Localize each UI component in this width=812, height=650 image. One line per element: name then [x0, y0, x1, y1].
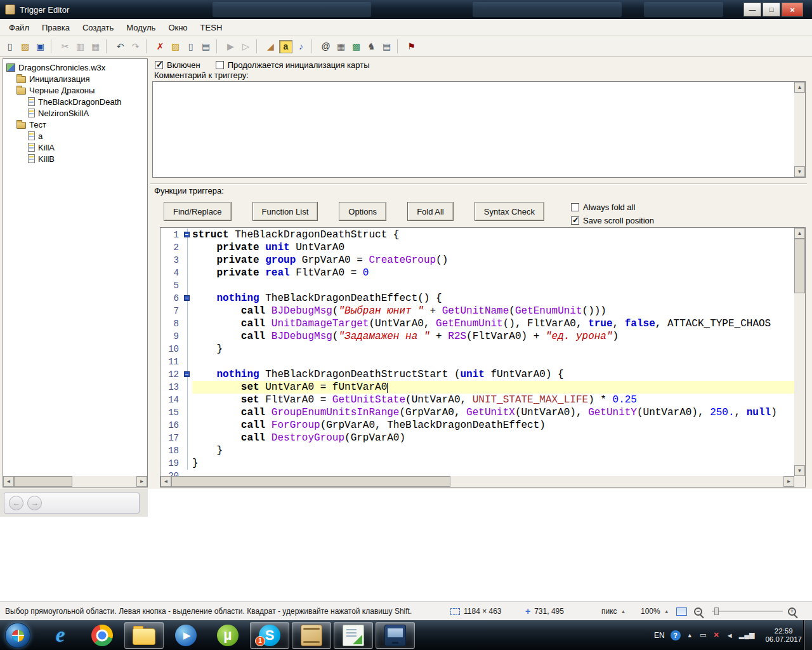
code-text[interactable]: nothing TheBlackDragonDeathEffect() {	[192, 292, 794, 305]
taskbar-internet-explorer[interactable]	[41, 622, 80, 649]
tree-item-theblackdragondeath[interactable]: TheBlackDragonDeath	[3, 96, 147, 107]
terrain-editor-icon[interactable]: ◢	[264, 40, 277, 53]
scroll-right-button[interactable]	[136, 476, 147, 487]
scrollbar-thumb[interactable]	[171, 476, 450, 487]
button-fold-all[interactable]: Fold All	[407, 202, 454, 221]
close-button[interactable]: ×	[782, 3, 803, 17]
taskbar-explorer[interactable]	[124, 622, 164, 649]
scrollbar-thumb[interactable]	[14, 476, 72, 487]
save-map-icon[interactable]: ▣	[34, 40, 47, 53]
scrollbar-track[interactable]	[794, 293, 805, 465]
scrollbar-track[interactable]	[450, 476, 783, 487]
zoom-slider[interactable]	[712, 602, 783, 621]
page-icon[interactable]: ▯	[184, 40, 197, 53]
tray-display-icon[interactable]: ▭	[699, 631, 707, 639]
cut-icon[interactable]: ✂	[58, 40, 72, 53]
tree-item-инициализация[interactable]: Инициализация	[3, 73, 147, 84]
map-init-checkbox[interactable]: Продолжается инициализация карты	[216, 60, 370, 70]
code-text[interactable]: }	[192, 457, 794, 470]
tree-item-killa[interactable]: KillA	[3, 142, 147, 153]
script-editor[interactable]: 1struct TheBlackDragonDeathStruct {2 pri…	[160, 227, 806, 488]
code-text[interactable]: call BJDebugMsg("Задамажен на " + R2S(Fl…	[192, 330, 794, 343]
code-area[interactable]: 1struct TheBlackDragonDeathStruct {2 pri…	[161, 229, 794, 476]
fold-marker-icon[interactable]	[184, 232, 190, 237]
code-line[interactable]: 7 call BJDebugMsg("Выбран юнит " + GetUn…	[161, 305, 794, 317]
code-line[interactable]: 15 call GroupEnumUnitsInRange(GrpVarA0, …	[161, 406, 794, 419]
map-init-checkbox-box[interactable]	[216, 61, 224, 69]
code-line[interactable]: 3 private group GrpVarA0 = CreateGroup()	[161, 254, 794, 267]
code-text[interactable]: }	[192, 444, 794, 457]
code-line[interactable]: 4 private real FltVarA0 = 0	[161, 267, 794, 279]
code-line[interactable]: 10 }	[161, 343, 794, 355]
ai-editor-icon[interactable]: ▩	[350, 40, 363, 53]
taskbar-chrome[interactable]	[82, 622, 122, 649]
taskbar-utorrent[interactable]	[208, 622, 247, 649]
code-line[interactable]: 20	[161, 470, 794, 476]
save-scroll-checkbox-box[interactable]	[571, 216, 579, 225]
code-line[interactable]: 5	[161, 279, 794, 292]
code-line[interactable]: 16 call ForGroup(GrpVarA0, TheBlackDrago…	[161, 419, 794, 432]
scroll-left-button[interactable]	[3, 476, 14, 487]
campaign-editor-icon[interactable]: ▦	[334, 40, 348, 53]
code-text[interactable]: set FltVarA0 = GetUnitState(UntVarA0, UN…	[192, 394, 794, 406]
fold-marker-icon[interactable]	[184, 371, 190, 377]
tree-item-dragonschronicles.w3x[interactable]: DragonsChronicles.w3x	[3, 62, 147, 73]
scroll-right-button[interactable]	[783, 476, 794, 487]
code-line[interactable]: 19}	[161, 457, 794, 470]
comment-input[interactable]	[152, 81, 806, 178]
zoom-in-button[interactable]: +	[788, 602, 796, 621]
scroll-up-button[interactable]	[794, 82, 805, 93]
code-line[interactable]: 6 nothing TheBlackDragonDeathEffect() {	[161, 292, 794, 305]
code-text[interactable]: private unit UntVarA0	[192, 241, 794, 254]
tray-action-center-icon[interactable]: ✕	[712, 631, 721, 639]
zoom-out-button[interactable]: −	[694, 602, 702, 621]
button-syntax-check[interactable]: Syntax Check	[475, 202, 544, 221]
code-text[interactable]: private group GrpVarA0 = CreateGroup()	[192, 254, 794, 267]
export-script-icon[interactable]: ▤	[380, 40, 393, 53]
tree-horizontal-scrollbar[interactable]	[3, 476, 147, 487]
fold-marker-icon[interactable]	[184, 295, 190, 301]
test-map-icon[interactable]: ⚑	[405, 40, 418, 53]
save-scroll-checkbox[interactable]: Save scroll position	[571, 214, 654, 227]
code-text[interactable]: struct TheBlackDragonDeathStruct {	[192, 229, 794, 241]
code-line[interactable]: 18 }	[161, 444, 794, 457]
code-line[interactable]: 12 nothing TheBlackDragonDeathStructStar…	[161, 368, 794, 381]
code-line[interactable]: 17 call DestroyGroup(GrpVarA0)	[161, 432, 794, 444]
comment-scrollbar[interactable]	[794, 82, 805, 177]
page-list-icon[interactable]: ▤	[199, 40, 213, 53]
minimize-button[interactable]: —	[743, 3, 761, 17]
new-map-icon[interactable]: ▯	[3, 40, 16, 53]
maximize-button[interactable]: □	[763, 3, 780, 17]
object-editor-icon[interactable]: @	[319, 40, 332, 53]
scrollbar-track[interactable]	[794, 93, 805, 166]
code-line[interactable]: 14 set FltVarA0 = GetUnitState(UntVarA0,…	[161, 394, 794, 406]
units-dropdown[interactable]: пикс ▲	[601, 602, 626, 621]
taskbar-jass-editor[interactable]	[334, 622, 373, 649]
tray-volume-icon[interactable]: ◄	[726, 632, 734, 639]
code-line[interactable]: 1struct TheBlackDragonDeathStruct {	[161, 229, 794, 241]
always-fold-checkbox-box[interactable]	[571, 203, 579, 211]
scroll-down-button[interactable]	[794, 465, 805, 476]
button-options[interactable]: Options	[339, 202, 386, 221]
editor-horizontal-scrollbar[interactable]	[160, 476, 794, 487]
sound-editor-icon[interactable]: ♪	[294, 40, 308, 53]
menu-правка[interactable]: Правка	[36, 20, 76, 35]
scroll-down-button[interactable]	[794, 166, 805, 177]
trigger-editor-icon[interactable]: a	[279, 40, 292, 53]
scrollbar-track[interactable]	[72, 476, 136, 487]
enabled-checkbox[interactable]: Включен	[155, 60, 200, 70]
play-icon[interactable]: ▶	[224, 40, 237, 53]
zoom-dropdown[interactable]: 100% ▲	[641, 602, 669, 621]
menu-tesh[interactable]: TESH	[194, 20, 229, 35]
tray-network-icon[interactable]: ▂▄▆	[739, 631, 755, 639]
scrollbar-thumb[interactable]	[794, 239, 805, 293]
code-text[interactable]	[192, 355, 794, 368]
start-button[interactable]	[5, 623, 30, 648]
code-line[interactable]: 9 call BJDebugMsg("Задамажен на " + R2S(…	[161, 330, 794, 343]
code-text[interactable]: call DestroyGroup(GrpVarA0)	[192, 432, 794, 444]
taskbar-screen-app[interactable]	[376, 622, 415, 649]
code-text[interactable]	[192, 470, 794, 476]
menu-модуль[interactable]: Модуль	[120, 20, 162, 35]
menu-создать[interactable]: Создать	[76, 20, 120, 35]
menu-файл[interactable]: Файл	[3, 20, 36, 35]
